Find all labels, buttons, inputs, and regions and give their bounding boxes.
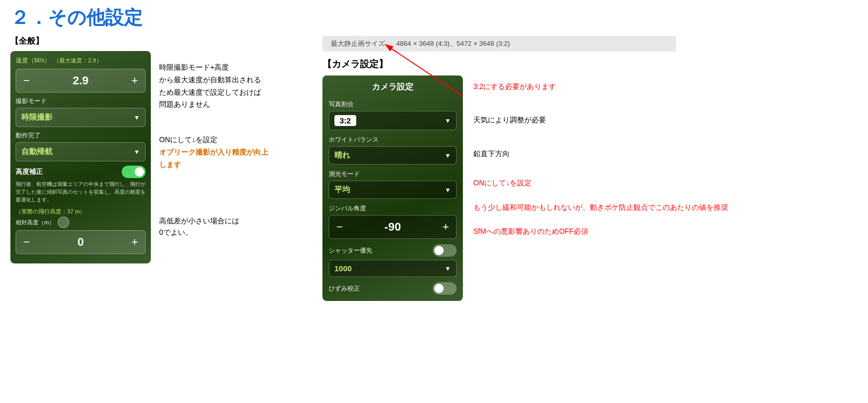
shutter-note2: もう少し緩和可能かもしれないが、動きボケ防止観点でこのあたりの値を推奨 [473,201,728,213]
max-size-label: 最大静止画サイズ [331,40,385,47]
page-title: ２．その他設定 [10,5,858,31]
action-complete-dropdown[interactable]: 自動帰航 ▼ [16,142,146,161]
ratio-note-block: 3:2にする必要があります [473,81,728,92]
altitude-correction-toggle[interactable] [122,166,146,178]
gimbal-note: 鉛直下方向 [473,149,510,158]
action-complete-label: 動作完了 [16,131,146,140]
altitude-note-orange: オブリーク撮影が入り精度が向上します [159,146,268,171]
metering-mode-arrow: ▼ [445,186,451,194]
speed-max-label: （最大速度：2.9） [54,57,101,65]
speed-control: − 2.9 + [16,69,146,93]
shutter-value-arrow: ▼ [445,265,451,272]
shooting-mode-dropdown[interactable]: 時限撮影 ▼ [16,108,146,127]
white-balance-note-block: 天気により調整が必要 [473,114,728,125]
gimbal-angle-control: − -90 + [329,215,457,239]
distortion-row: ひずみ校正 [329,282,457,295]
shutter-note-block: ONにして↓を設定 [473,177,728,188]
white-balance-arrow: ▼ [445,152,451,159]
shutter-value-note-block: もう少し緩和可能かもしれないが、動きボケ防止観点でこのあたりの値を推奨 [473,201,728,213]
right-section: 最大静止画サイズ 4864 × 3648 (4:3)、5472 × 3648 (… [312,36,858,301]
shooting-mode-label: 撮影モード [16,97,146,106]
camera-title: カメラ設定 [329,82,457,93]
relative-height-label: 相対高度（m） [16,219,55,226]
height-minus-button[interactable]: − [16,231,37,254]
shooting-mode-value: 時限撮影 [21,112,53,122]
height-plus-button[interactable]: + [124,231,145,254]
left-section: 【全般】 速度（M/s） （最大速度：2.9） − 2.9 + [10,36,312,263]
height-note: 高低差が小さい場合には 0でよい。 [159,215,268,238]
speed-label: 速度（M/s） [16,56,50,65]
metering-mode-label: 測光モード [329,170,457,179]
height-control: − 0 + [16,230,146,254]
general-header: 【全般】 [10,36,312,47]
altitude-note-on: ONにして↓を設定 [159,134,268,146]
height-info-icon [58,217,69,228]
speed-value: 2.9 [37,74,124,87]
left-notes: 時限撮影モード+高度 から最大速度が自動算出される ため最大速度で設定しておけば… [159,51,268,238]
camera-layout: カメラ設定 写真割合 3:2 ▼ ホワイトバランス 晴れ ▼ 測光モード [322,75,858,301]
altitude-correction-row: 高度補正 [16,166,146,178]
distortion-note: SfMへの悪影響ありのためOFF必須 [473,225,728,237]
photo-ratio-label: 写真割合 [329,100,457,109]
photo-ratio-dropdown[interactable]: 3:2 ▼ [329,111,457,130]
speed-plus-button[interactable]: + [124,69,145,92]
altitude-correction-label: 高度補正 [16,167,43,177]
photo-ratio-value: 3:2 [334,115,356,126]
white-balance-value: 晴れ [334,150,350,160]
general-section: 速度（M/s） （最大速度：2.9） − 2.9 + 撮影モード 時限撮影 [10,51,312,263]
white-balance-dropdown[interactable]: 晴れ ▼ [329,146,457,165]
max-size-bar: 最大静止画サイズ 4864 × 3648 (4:3)、5472 × 3648 (… [322,36,676,52]
altitude-correction-desc: 飛行後、航空機は測量エリアの中央まで飛行し、飛行が完了した後に傾斜写真のセットを… [16,180,146,204]
distortion-toggle[interactable] [433,282,457,295]
speed-note: 時限撮影モード+高度 から最大速度が自動算出される ため最大速度で設定しておけば… [159,61,268,111]
distortion-note-block: SfMへの悪影響ありのためOFF必須 [473,225,728,237]
metering-mode-dropdown[interactable]: 平均 ▼ [329,181,457,199]
shutter-priority-row: シャッター優先 [329,244,457,257]
white-balance-note: 天気により調整が必要 [473,116,546,124]
shutter-priority-label: シャッター優先 [329,246,372,255]
action-complete-arrow: ▼ [134,148,140,156]
photo-ratio-arrow: ▼ [445,117,451,124]
shooting-mode-arrow: ▼ [134,114,140,121]
speed-minus-button[interactable]: − [16,69,37,92]
ratio-note: 3:2にする必要があります [473,81,556,92]
actual-height-label: （実際の飛行高度：37 m） [16,208,146,216]
camera-phone-panel: カメラ設定 写真割合 3:2 ▼ ホワイトバランス 晴れ ▼ 測光モード [322,75,463,301]
metering-mode-value: 平均 [334,185,350,195]
gimbal-note-block: 鉛直下方向 [473,148,728,159]
max-size-value: 4864 × 3648 (4:3)、5472 × 3648 (3:2) [396,40,510,47]
gimbal-angle-label: ジンバル角度 [329,204,457,213]
gimbal-angle-value: -90 [350,220,435,234]
camera-section-header: 【カメラ設定】 [322,58,858,70]
gimbal-minus-button[interactable]: − [329,216,350,238]
height-value: 0 [37,235,124,249]
shutter-value: 1000 [334,264,352,273]
action-complete-value: 自動帰航 [21,147,53,157]
altitude-note-block: ONにして↓を設定 オブリーク撮影が入り精度が向上します [159,134,268,171]
camera-notes: 3:2にする必要があります 天気により調整が必要 鉛直下方向 ONにして↓を設定… [473,75,728,301]
phone-panel: 速度（M/s） （最大速度：2.9） − 2.9 + 撮影モード 時限撮影 [10,51,151,263]
white-balance-label: ホワイトバランス [329,135,457,144]
shutter-priority-toggle[interactable] [433,244,457,257]
shutter-note1: ONにして↓を設定 [473,177,728,188]
shutter-value-dropdown[interactable]: 1000 ▼ [329,260,457,277]
distortion-label: ひずみ校正 [329,284,360,293]
gimbal-plus-button[interactable]: + [435,216,456,238]
